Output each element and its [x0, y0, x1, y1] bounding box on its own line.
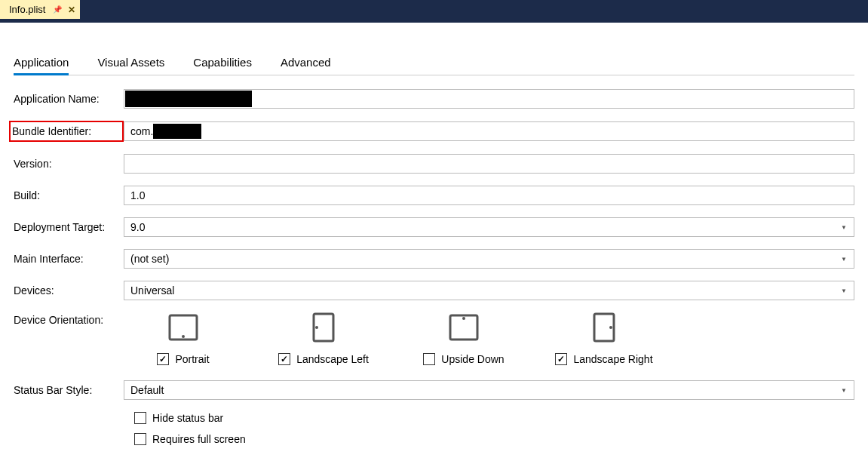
- label-status-bar: Status Bar Style:: [14, 384, 124, 396]
- input-build[interactable]: [124, 186, 854, 205]
- orientation-upside-down-label: Upside Down: [441, 353, 504, 365]
- orientation-portrait[interactable]: Portrait: [134, 312, 232, 365]
- redacted-block: [125, 91, 252, 107]
- landscape-right-icon: [586, 312, 622, 343]
- checkbox-portrait[interactable]: [157, 353, 169, 365]
- svg-point-1: [182, 335, 185, 338]
- label-app-name: Application Name:: [14, 93, 124, 105]
- select-status-bar-style[interactable]: [124, 380, 854, 400]
- tab-application[interactable]: Application: [14, 51, 69, 75]
- bundle-id-prefix: com.: [130, 125, 153, 137]
- section-tabs: Application Visual Assets Capabilities A…: [14, 51, 854, 75]
- document-tab-title: Info.plist: [9, 4, 45, 15]
- label-devices: Devices:: [14, 284, 124, 297]
- pin-icon[interactable]: 📌: [53, 5, 62, 14]
- checkbox-hide-status-bar[interactable]: [134, 412, 146, 424]
- title-bar: Info.plist 📌 ✕: [0, 0, 868, 19]
- label-bundle-id: Bundle Identifier:: [9, 121, 124, 142]
- label-requires-full-screen: Requires full screen: [152, 433, 246, 445]
- checkbox-landscape-right[interactable]: [555, 353, 567, 365]
- orientation-landscape-right-label: Landscape Right: [573, 353, 652, 365]
- upside-down-icon: [446, 312, 482, 343]
- checkbox-requires-full-screen[interactable]: [134, 433, 146, 445]
- portrait-icon: [165, 312, 201, 343]
- orientation-landscape-left[interactable]: Landscape Left: [275, 312, 373, 365]
- orientation-landscape-right[interactable]: Landscape Right: [555, 312, 653, 365]
- close-icon[interactable]: ✕: [68, 5, 75, 15]
- checkbox-upside-down[interactable]: [423, 353, 435, 365]
- orientation-portrait-label: Portrait: [175, 353, 209, 365]
- label-hide-status-bar: Hide status bar: [152, 412, 223, 424]
- svg-point-3: [315, 326, 318, 329]
- input-bundle-id[interactable]: com.: [124, 121, 854, 141]
- orientation-landscape-left-label: Landscape Left: [296, 353, 369, 365]
- landscape-left-icon: [305, 312, 342, 343]
- label-orientation: Device Orientation:: [14, 312, 124, 326]
- svg-point-5: [462, 317, 465, 320]
- document-tab[interactable]: Info.plist 📌 ✕: [0, 0, 80, 19]
- label-main-interface: Main Interface:: [14, 253, 124, 265]
- redacted-block: [153, 124, 201, 139]
- select-devices[interactable]: [124, 281, 854, 300]
- svg-point-7: [609, 326, 612, 329]
- label-version: Version:: [14, 158, 124, 170]
- tab-visual-assets[interactable]: Visual Assets: [97, 51, 164, 75]
- input-version[interactable]: [124, 154, 854, 174]
- label-build: Build:: [14, 189, 124, 201]
- select-main-interface[interactable]: [124, 249, 854, 269]
- orientation-upside-down[interactable]: Upside Down: [415, 312, 513, 365]
- tab-capabilities[interactable]: Capabilities: [193, 51, 252, 75]
- label-deployment: Deployment Target:: [14, 221, 124, 233]
- checkbox-landscape-left[interactable]: [278, 353, 290, 365]
- select-deployment-target[interactable]: [124, 217, 854, 237]
- tab-advanced[interactable]: Advanced: [281, 51, 331, 75]
